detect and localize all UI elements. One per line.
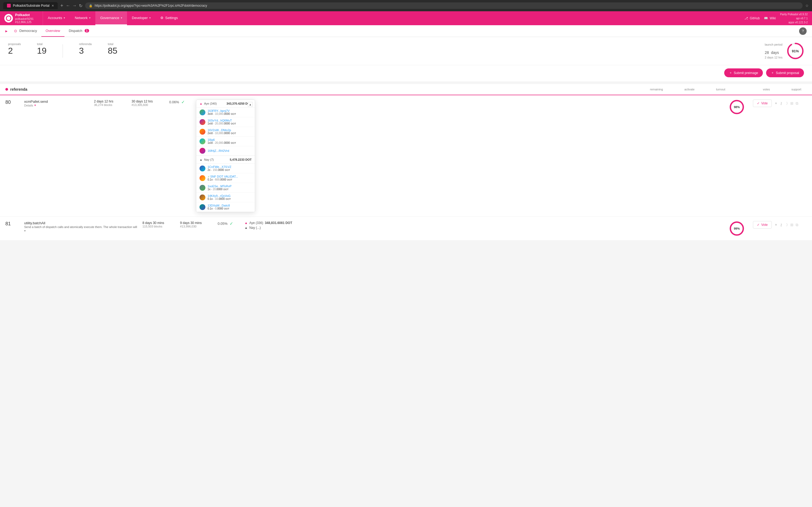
logo-block: #12,866,125 (15, 20, 34, 23)
col-activate: activate (684, 88, 695, 91)
submit-proposal-button[interactable]: ＋ Submit proposal (766, 68, 804, 77)
referenda-title: referenda (5, 87, 28, 92)
star-icon[interactable]: ✦ (774, 223, 778, 227)
nav-accounts[interactable]: Accounts ▾ (43, 11, 70, 25)
bookmark-icon[interactable]: ☆ (805, 3, 809, 8)
dispatch-badge: 1 (85, 29, 89, 33)
vote-button-81[interactable]: ✓ Vote (753, 221, 772, 229)
vote-button-80[interactable]: ✓ Vote (753, 100, 772, 107)
tab-close-btn[interactable]: ✕ (52, 4, 54, 7)
chevron-down-icon: ▾ (121, 16, 122, 19)
avatar (200, 148, 205, 154)
key-icon[interactable]: ⚷ (780, 223, 782, 227)
browser-tabs: Polkadot/Substrate Portal ✕ + (3, 2, 63, 9)
nav-network[interactable]: Network ▾ (70, 11, 95, 25)
submit-preimage-button[interactable]: ＋ Submit preimage (724, 68, 763, 77)
main-nav: Accounts ▾ Network ▾ Governance ▾ Develo… (43, 11, 183, 25)
github-link[interactable]: ⎇ GitHub (744, 16, 760, 20)
avatar (200, 175, 205, 181)
subnav-democracy-label: Democracy (19, 29, 37, 33)
github-icon: ⎇ (744, 16, 748, 20)
grid-icon[interactable]: ⊞ (790, 223, 794, 227)
nav-settings[interactable]: ⚙ Settings (155, 11, 183, 25)
subnav-democracy[interactable]: ⊙ Democracy (10, 25, 41, 37)
reload-btn[interactable]: ↻ (79, 3, 83, 8)
layers-icon[interactable]: ⧉ (796, 101, 798, 106)
col-remaining: remaining (650, 88, 663, 91)
ref-remaining-81: 8 days 30 mins 115,503 blocks (142, 221, 174, 228)
vote-icon: ✓ (757, 223, 760, 227)
wiki-link[interactable]: 📖 Wiki (764, 16, 776, 20)
referenda-header: referenda remaining activate turnout vot… (0, 84, 812, 95)
table-row: 81 utility.batchAll Send a batch of disp… (0, 217, 812, 241)
nav-accounts-label: Accounts (48, 16, 62, 20)
forward-btn[interactable]: → (72, 3, 77, 8)
avatar (200, 185, 205, 191)
col-votes: votes (763, 88, 770, 91)
ref-actions-80: ✓ Vote ✦ ⚷ ☽ ⊞ ⧉ (753, 100, 807, 107)
ref-activate-81: 9 days 30 mins #13,996,030 (180, 221, 212, 228)
launch-days-unit: days (771, 50, 779, 55)
ref-actions-81: ✓ Vote ✦ ⚷ ☽ ⊞ ⧉ (753, 221, 807, 229)
vote-entry: 14K4y9...rQyVoG 0.1x - 10.0000 DOT (196, 192, 255, 202)
app-header: Polkadot polkadot/9291 #12,866,125 Accou… (0, 11, 812, 25)
browser-chrome: Polkadot/Substrate Portal ✕ + ← → ↻ 🔒 ht… (0, 0, 812, 11)
ref-details-btn-81[interactable]: ▾ (24, 229, 137, 233)
grid-icon[interactable]: ⊞ (790, 101, 794, 105)
star-icon[interactable]: ✦ (774, 101, 778, 105)
vote-entry: 18jq6 1x/d - 20,000.0000 DOT (196, 136, 255, 146)
launch-period-text: launch period 28 days 2 days 12 hrs (765, 43, 782, 59)
ref-progress-81: 99% (726, 221, 748, 236)
nav-developer[interactable]: Developer ▾ (127, 11, 155, 25)
proposals-stat: proposals 2 (8, 42, 21, 56)
referenda-label: referenda (79, 42, 92, 46)
launch-period-section: launch period 28 days 2 days 12 hrs 91% (765, 42, 804, 60)
col-support: support (791, 88, 801, 91)
col-turnout: turnout (716, 88, 725, 91)
scroll-up-nay-btn[interactable]: ▲ (248, 102, 253, 107)
subnav-dispatch-label: Dispatch (69, 29, 83, 33)
progress-circle-80: 98% (729, 100, 744, 115)
help-icon: ? (802, 29, 804, 33)
ref-turnout-81: 0.05% ✓ (217, 221, 239, 226)
launch-period-label: launch period (765, 43, 782, 46)
chevron-down-icon: ▾ (149, 16, 151, 19)
proposals-value: 2 (8, 46, 21, 56)
key-icon[interactable]: ⚷ (780, 101, 782, 105)
ref-details-btn-80[interactable]: Details ▾ (24, 104, 89, 107)
launch-days-number: 28 (765, 50, 769, 55)
ref-id-81: 81 (5, 221, 19, 227)
back-btn[interactable]: ← (66, 3, 70, 8)
subnav-overview[interactable]: Overview (41, 25, 64, 37)
plus-icon: ＋ (729, 70, 732, 75)
version-line1: Parity Polkadot v0.9.32 (780, 12, 808, 16)
ref-turnout-80: 0.06% ✓ (169, 100, 191, 105)
layers-icon[interactable]: ⧉ (796, 223, 798, 227)
sub-nav: ▸ ⊙ Democracy Overview Dispatch 1 ? (0, 25, 812, 37)
moon-icon[interactable]: ☽ (784, 101, 788, 105)
referenda-title-text: referenda (10, 87, 28, 92)
logo-icon (4, 14, 13, 22)
vote-entry: 163FRY...bpnj7V 3x/d - 10,000.0000 DOT (196, 108, 255, 117)
active-tab[interactable]: Polkadot/Substrate Portal ✕ (3, 2, 58, 9)
logo-section[interactable]: Polkadot polkadot/9291 #12,866,125 (0, 11, 43, 25)
address-bar[interactable]: 🔒 https://polkadot.js.org/apps/?rpc=wss%… (85, 2, 803, 9)
stats-section: proposals 2 total 19 referenda 3 total 8… (0, 37, 812, 65)
logo-sub: polkadot/9291 (15, 17, 34, 20)
avatar (200, 166, 205, 171)
democracy-icon: ⊙ (14, 29, 17, 33)
ref-remaining-80: 2 days 12 hrs 36,274 blocks (94, 100, 126, 107)
new-tab-btn[interactable]: + (60, 3, 63, 9)
launch-period-sub: 2 days 12 hrs (765, 56, 782, 59)
progress-circle-81: 99% (729, 221, 744, 236)
ref-id-80: 80 (5, 100, 19, 105)
moon-icon[interactable]: ☽ (784, 223, 788, 227)
vote-entry: 1soESe...MToRvP 1x - 20.0000 DOT (196, 183, 255, 192)
nav-governance[interactable]: Governance ▾ (95, 11, 127, 25)
plus-icon: ＋ (771, 70, 774, 75)
logo-name: Polkadot (15, 13, 34, 17)
help-button[interactable]: ? (799, 27, 807, 35)
subnav-dispatch[interactable]: Dispatch 1 (64, 25, 93, 37)
ref-votes-81: ▲ Aye (336) 348,831.6081 DOT ▲ Nay (...) (244, 221, 721, 230)
referenda-dot (5, 88, 8, 91)
